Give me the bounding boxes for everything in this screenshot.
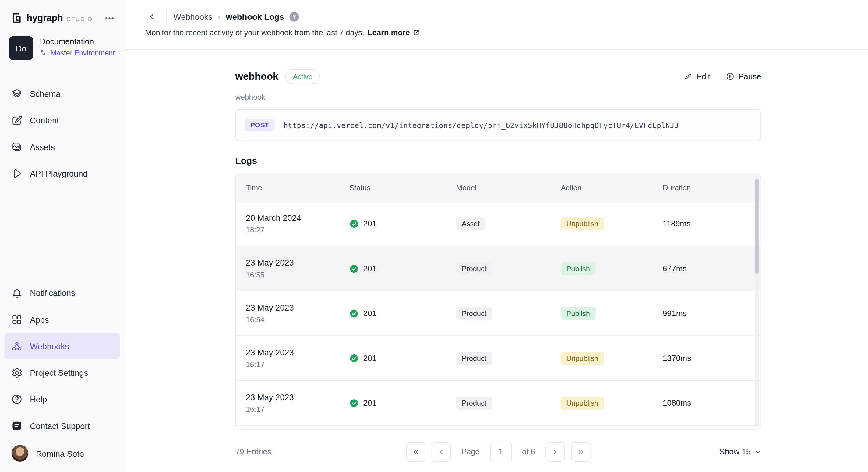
model-chip: Product <box>456 397 492 409</box>
table-scrollbar <box>755 177 759 427</box>
first-page-button[interactable]: « <box>406 442 426 461</box>
model-chip: Asset <box>456 217 485 230</box>
log-time: 16:55 <box>246 271 349 279</box>
col-status: Status <box>349 184 456 192</box>
action-chip: Publish <box>561 262 595 275</box>
log-row[interactable]: 23 May 2023 16:55 201 Product Publish 67… <box>236 246 761 291</box>
chat-icon <box>11 420 23 432</box>
check-circle-icon <box>349 264 359 273</box>
status-code: 201 <box>363 219 376 228</box>
pause-label: Pause <box>738 72 761 81</box>
log-date: 23 May 2023 <box>246 392 349 402</box>
hygraph-logo-icon <box>11 12 23 24</box>
chevron-right-icon: › <box>554 447 557 457</box>
check-circle-icon <box>349 353 359 363</box>
project-switcher[interactable]: Do Documentation Master Environment <box>0 28 125 64</box>
learn-more-link[interactable]: Learn more <box>368 28 420 37</box>
gear-icon <box>11 367 23 378</box>
page-input[interactable] <box>490 442 512 462</box>
schema-icon <box>11 88 23 99</box>
sidebar-item-assets[interactable]: Assets <box>5 133 120 160</box>
environment-selector[interactable]: Master Environment <box>40 49 115 57</box>
sidebar-item-label: API Playground <box>30 168 87 178</box>
duration-value: 991ms <box>663 309 761 318</box>
project-name: Documentation <box>40 37 115 46</box>
avatar <box>11 445 29 462</box>
log-row[interactable]: 20 March 2024 18:27 201 Asset Unpublish … <box>236 201 761 246</box>
log-date: 23 May 2023 <box>246 303 349 312</box>
sidebar-item-schema[interactable]: Schema <box>5 81 120 107</box>
prev-page-button[interactable]: ‹ <box>432 442 451 461</box>
status-code: 201 <box>363 399 376 407</box>
sidebar-item-webhooks[interactable]: Webhooks <box>5 333 120 359</box>
sidebar-item-notifications[interactable]: Notifications <box>5 280 120 306</box>
status-code: 201 <box>363 264 376 273</box>
log-time: 16:17 <box>246 405 349 413</box>
action-chip: Publish <box>561 307 595 320</box>
sidebar-item-api-playground[interactable]: API Playground <box>5 160 120 186</box>
log-time: 16:54 <box>246 315 349 324</box>
action-chip: Unpublish <box>561 217 603 230</box>
brand-suffix: STUDIO <box>67 15 93 22</box>
pagination: 79 Entries « ‹ Page of 6 › » Show 15 <box>235 442 761 461</box>
webhook-description: webhook <box>235 93 761 101</box>
log-row[interactable]: 23 May 2023 16:54 201 Product Publish 99… <box>236 291 761 336</box>
next-page-button[interactable]: › <box>546 442 565 461</box>
log-row[interactable]: 23 May 2023 16:17 201 Product Unpublish … <box>236 336 761 381</box>
log-row[interactable]: 23 May 2023 16:17 201 Product Unpublish … <box>236 381 761 426</box>
model-chip: Product <box>456 262 492 275</box>
sidebar-item-label: Contact Support <box>30 421 90 430</box>
breadcrumb-webhooks[interactable]: Webhooks <box>173 12 212 21</box>
sidebar-item-content[interactable]: Content <box>5 107 120 133</box>
action-chip: Unpublish <box>561 352 603 365</box>
sidebar: hygraph STUDIO ••• Do Documentation Mast… <box>0 0 125 472</box>
sidebar-item-contact-support[interactable]: Contact Support <box>5 412 120 439</box>
user-menu[interactable]: Romina Soto <box>0 439 125 472</box>
page-subtitle: Monitor the recent activity of your webh… <box>145 28 364 37</box>
col-model: Model <box>456 184 561 192</box>
project-avatar: Do <box>9 36 33 60</box>
scrollbar-thumb[interactable] <box>755 179 759 274</box>
pause-button[interactable]: Pause <box>726 72 762 81</box>
assets-icon <box>11 141 23 153</box>
external-link-icon <box>413 29 420 36</box>
chevron-down-icon <box>755 448 761 454</box>
main-panel: Webhooks › webhook Logs ? Monitor the re… <box>125 0 868 472</box>
table-header: Time Status Model Action Duration <box>236 175 761 201</box>
logs-heading: Logs <box>235 156 761 166</box>
sidebar-nav-top: Schema Content Assets API Playground <box>0 81 125 187</box>
webhook-icon <box>11 340 23 352</box>
webhook-title: webhook <box>235 71 278 82</box>
action-chip: Unpublish <box>561 397 603 409</box>
sidebar-item-apps[interactable]: Apps <box>5 306 120 333</box>
log-date: 23 May 2023 <box>246 258 349 268</box>
help-badge[interactable]: ? <box>290 12 299 21</box>
brand-name: hygraph <box>27 12 63 24</box>
endpoint-url: https://api.vercel.com/v1/integrations/d… <box>283 121 679 129</box>
page-size-select[interactable]: Show 15 <box>719 447 761 456</box>
entries-count: 79 Entries <box>235 447 271 456</box>
check-circle-icon <box>349 219 359 228</box>
status-code: 201 <box>363 353 376 363</box>
col-duration: Duration <box>663 184 761 192</box>
status-badge: Active <box>285 69 320 84</box>
breadcrumb-separator: › <box>218 12 220 21</box>
duration-value: 1080ms <box>663 399 761 407</box>
sidebar-item-label: Assets <box>30 142 55 151</box>
sidebar-item-help[interactable]: Help <box>5 386 120 412</box>
sidebar-item-label: Apps <box>30 315 49 324</box>
back-button[interactable] <box>145 9 159 24</box>
sidebar-item-project-settings[interactable]: Project Settings <box>5 359 120 386</box>
last-page-button[interactable]: » <box>571 442 591 461</box>
model-chip: Product <box>456 307 492 320</box>
page-header: Webhooks › webhook Logs ? Monitor the re… <box>125 0 868 50</box>
webhook-detail: webhook Active Edit Pause webhook POST h… <box>235 50 761 462</box>
duration-value: 1370ms <box>663 353 761 363</box>
check-circle-icon <box>349 398 359 408</box>
sidebar-item-label: Schema <box>30 89 60 98</box>
bell-icon <box>11 287 23 298</box>
branch-icon <box>40 49 48 57</box>
edit-button[interactable]: Edit <box>684 72 710 81</box>
more-menu-icon[interactable]: ••• <box>105 14 115 23</box>
pause-icon <box>726 72 735 81</box>
